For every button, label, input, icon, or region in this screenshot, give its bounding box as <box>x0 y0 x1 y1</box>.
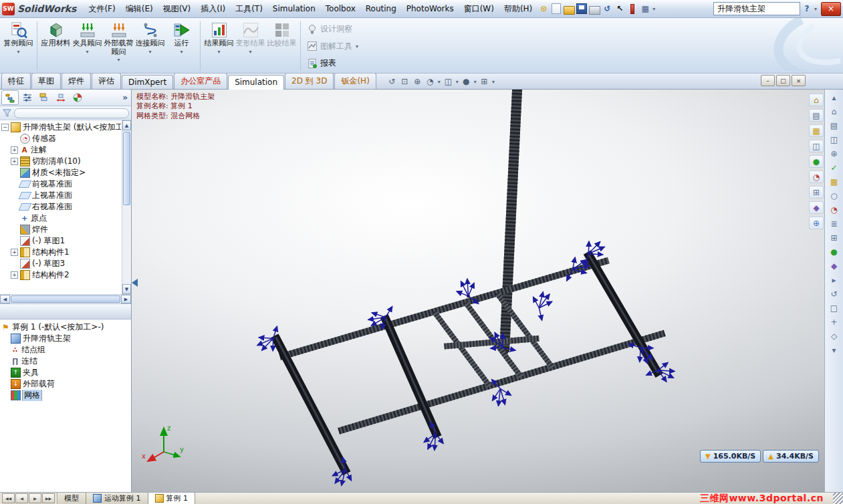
run-button[interactable]: 运行 <box>166 19 197 73</box>
play-icon[interactable] <box>827 274 841 285</box>
select-tool-button[interactable] <box>614 3 626 15</box>
configurationmanager-tab[interactable] <box>36 91 52 104</box>
fixtures-advisor-button[interactable]: 夹具顾问 <box>72 19 103 73</box>
toolbar-dropdown-icon[interactable] <box>652 6 655 12</box>
custom-properties-icon[interactable] <box>809 201 824 214</box>
collapse-icon[interactable] <box>1 124 9 131</box>
chevron-down-icon[interactable] <box>148 49 151 55</box>
vertical-scrollbar[interactable] <box>122 120 131 294</box>
scroll-right-icon[interactable] <box>121 295 131 303</box>
scrollbar-thumb[interactable] <box>123 132 130 205</box>
zoom-area-icon[interactable] <box>412 76 423 87</box>
tab-simulation[interactable]: Simulation <box>228 75 284 90</box>
menu-edit[interactable]: 编辑(E) <box>121 1 158 17</box>
chevron-down-icon[interactable] <box>86 49 88 55</box>
help-dropdown-icon[interactable] <box>814 6 817 12</box>
check-icon[interactable] <box>827 162 841 173</box>
tab-office-products[interactable]: 办公室产品 <box>174 73 227 89</box>
tab-sheet-metal[interactable]: 钣金(H) <box>334 73 376 89</box>
outline-diamond-icon[interactable] <box>827 330 841 342</box>
tree-item[interactable]: 上视基准面 <box>1 190 121 201</box>
search-input[interactable]: 升降滑轨主架 <box>713 2 800 15</box>
add-in-icon[interactable] <box>809 217 824 229</box>
strip-scroll-down-icon[interactable] <box>827 344 841 356</box>
explorer-icon[interactable] <box>827 134 841 145</box>
model-tab[interactable]: 模型 <box>57 493 86 504</box>
scrollbar-thumb[interactable] <box>11 295 120 303</box>
next-tab-button[interactable] <box>29 493 41 503</box>
panel-splitter[interactable] <box>0 303 131 320</box>
chevron-down-icon[interactable] <box>474 79 477 85</box>
minimize-button[interactable] <box>761 75 775 86</box>
panel-overflow-icon[interactable] <box>122 93 130 102</box>
palette-icon[interactable] <box>827 176 841 187</box>
design-library-icon[interactable] <box>809 124 824 137</box>
menu-window[interactable]: 窗口(W) <box>459 1 499 17</box>
chevron-down-icon[interactable] <box>438 79 441 85</box>
expand-icon[interactable] <box>11 249 18 256</box>
external-loads-advisor-button[interactable]: 外部载荷顾问 <box>103 19 134 73</box>
expand-icon[interactable] <box>11 271 18 279</box>
compare-results-button[interactable]: 比较结果 <box>266 19 297 73</box>
plot-tools-button[interactable]: 图解工具 <box>305 40 361 53</box>
refresh-icon[interactable] <box>827 288 841 299</box>
scroll-down-icon[interactable] <box>122 284 131 294</box>
zoom-to-fit-icon[interactable] <box>399 76 410 87</box>
green-dot-icon[interactable] <box>827 246 841 257</box>
chevron-down-icon[interactable] <box>180 49 183 55</box>
menu-view[interactable]: 视图(V) <box>158 1 196 17</box>
meshed-frame-model[interactable] <box>132 90 824 492</box>
tree-item[interactable]: 前视基准面 <box>1 178 121 190</box>
file-explorer-icon[interactable] <box>809 140 824 152</box>
grid-icon[interactable] <box>827 232 841 243</box>
motion-study-tab[interactable]: 运动算例 1 <box>86 493 148 504</box>
tab-evaluate[interactable]: 评估 <box>92 73 121 89</box>
close-document-button[interactable] <box>792 75 806 86</box>
chevron-down-icon[interactable] <box>249 49 251 55</box>
rotate-view-icon[interactable] <box>425 76 436 87</box>
menu-file[interactable]: 文件(F) <box>84 1 120 17</box>
options-grid-button[interactable] <box>639 3 651 15</box>
menu-tools[interactable]: 工具(T) <box>231 1 267 17</box>
menu-simulation[interactable]: Simulation <box>268 1 320 16</box>
chevron-down-icon[interactable] <box>217 49 220 55</box>
list-icon[interactable] <box>827 218 841 229</box>
tab-2d-to-3d[interactable]: 2D 到 3D <box>285 73 334 89</box>
tab-sketch[interactable]: 草图 <box>31 73 61 89</box>
report-button[interactable]: 报表 <box>305 57 361 70</box>
prev-tab-button[interactable] <box>15 493 28 503</box>
tree-item[interactable]: 传感器 <box>1 133 121 144</box>
chevron-down-icon[interactable] <box>456 79 459 85</box>
displaymanager-tab[interactable] <box>70 91 86 104</box>
filter-funnel-icon[interactable] <box>2 108 12 118</box>
resources-icon[interactable] <box>827 106 841 117</box>
menu-routing[interactable]: Routing <box>361 1 401 16</box>
study-tab[interactable]: 算例 1 <box>148 493 196 504</box>
view-palette-icon[interactable] <box>809 186 824 199</box>
apply-material-button[interactable]: 应用材料 <box>40 19 72 73</box>
tree-item[interactable]: 外部载荷 <box>1 378 130 390</box>
deformed-result-button[interactable]: 变形结果 <box>235 19 266 73</box>
sphere-icon[interactable] <box>827 190 841 201</box>
home-icon[interactable] <box>809 94 824 106</box>
menu-insert[interactable]: 插入(I) <box>196 1 230 17</box>
help-button[interactable]: ? <box>801 3 813 15</box>
section-view-icon[interactable] <box>479 76 490 87</box>
tree-item[interactable]: 焊件 <box>1 224 121 235</box>
document-icon[interactable] <box>809 109 824 122</box>
tree-item[interactable]: 右视基准面 <box>1 201 121 213</box>
plus-icon[interactable] <box>827 316 841 328</box>
results-advisor-button[interactable]: 结果顾问 <box>203 19 235 73</box>
frame-icon[interactable] <box>827 302 841 313</box>
save-button[interactable] <box>576 3 588 15</box>
menu-toolbox[interactable]: Toolbox <box>321 1 360 16</box>
study-root-item[interactable]: 算例 1 (-默认<按加工>-) <box>1 322 130 333</box>
tree-item[interactable]: 注解 <box>1 144 121 156</box>
tree-item[interactable]: 材质<未指定> <box>1 167 121 178</box>
tab-features[interactable]: 特征 <box>1 73 31 89</box>
chevron-down-icon[interactable] <box>117 57 120 63</box>
display-style-icon[interactable] <box>461 76 472 87</box>
menu-photoworks[interactable]: PhotoWorks <box>402 1 459 16</box>
graphics-viewport[interactable]: 模型名称: 升降滑轨主架 算例名称: 算例 1 网格类型: 混合网格 <box>132 90 824 492</box>
expand-icon[interactable] <box>11 158 18 165</box>
